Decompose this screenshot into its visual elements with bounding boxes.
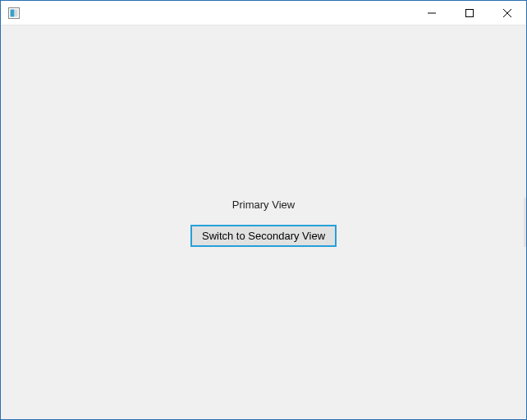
- minimize-button[interactable]: [413, 1, 451, 25]
- client-area: Primary View Switch to Secondary View: [1, 25, 526, 419]
- switch-view-button[interactable]: Switch to Secondary View: [191, 226, 336, 246]
- view-label: Primary View: [232, 199, 295, 211]
- app-icon: [7, 7, 21, 20]
- maximize-icon: [465, 9, 474, 17]
- scrollbar[interactable]: [524, 198, 526, 247]
- window: Primary View Switch to Secondary View: [0, 0, 527, 420]
- svg-rect-2: [15, 9, 18, 16]
- close-button[interactable]: [488, 1, 526, 25]
- close-icon: [503, 9, 511, 17]
- titlebar-controls: [413, 1, 526, 25]
- titlebar: [1, 1, 526, 25]
- minimize-icon: [428, 9, 436, 17]
- titlebar-left: [1, 7, 25, 20]
- svg-rect-1: [11, 9, 15, 16]
- maximize-button[interactable]: [451, 1, 488, 25]
- svg-rect-4: [466, 9, 474, 16]
